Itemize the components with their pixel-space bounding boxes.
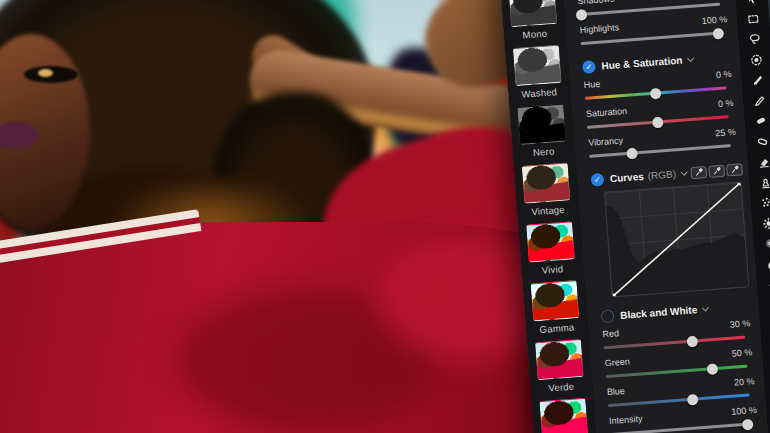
slider-value: 0 % — [718, 98, 738, 109]
preset-nero[interactable]: Nero — [517, 104, 567, 159]
slider-label: Vibrancy — [588, 135, 624, 148]
slider-value: 30 % — [729, 318, 754, 330]
chevron-down-icon — [687, 54, 694, 61]
heal-tool-icon[interactable] — [754, 114, 768, 128]
white-point-eyedropper-button[interactable] — [726, 163, 743, 176]
slider-label: Red — [602, 328, 619, 339]
slider-value: 100 % — [701, 14, 731, 26]
lighten-tool-icon[interactable] — [762, 216, 770, 230]
slider-label: Hue — [583, 79, 600, 90]
smudge-tool-icon[interactable] — [765, 257, 770, 271]
preset-gamma[interactable]: Gamma — [531, 280, 581, 335]
right-ui: Mono Washed Nero Vintage Vivid Gamma — [500, 0, 770, 433]
slider-label: Green — [604, 356, 630, 368]
slider-thumb[interactable] — [652, 116, 664, 128]
chevron-down-icon — [681, 168, 688, 175]
preset-label: Vivid — [541, 263, 563, 276]
curve-point[interactable] — [737, 181, 743, 185]
pen-tool-icon[interactable] — [766, 277, 770, 291]
black-point-eyedropper-button[interactable] — [690, 166, 707, 179]
preset-thumbnail — [513, 45, 562, 86]
marquee-tool-icon[interactable] — [746, 12, 760, 26]
preset-vivid[interactable]: Vivid — [526, 221, 576, 276]
slider-label: Saturation — [586, 106, 628, 119]
slider-thumb[interactable] — [575, 9, 587, 21]
preset-thumbnail — [526, 221, 575, 262]
gray-point-eyedropper-button[interactable] — [708, 164, 725, 177]
app-window: Mono Washed Nero Vintage Vivid Gamma — [0, 0, 770, 433]
slider-label: Highlights — [579, 22, 619, 35]
preset-thumbnail — [539, 398, 588, 433]
quick-select-tool-icon[interactable] — [749, 53, 763, 67]
preset-washed[interactable]: Washed — [513, 45, 563, 100]
group-title: Curves — [610, 171, 645, 185]
curves-editor[interactable] — [604, 181, 750, 297]
preset-mono[interactable]: Mono — [508, 0, 558, 41]
highlights-slider[interactable]: Highlights100 % — [579, 14, 732, 49]
slider-thumb[interactable] — [650, 87, 662, 99]
slider-thumb[interactable] — [742, 418, 754, 430]
preset-retro[interactable]: Retro — [539, 398, 589, 433]
preset-thumbnail — [535, 339, 584, 380]
slider-thumb[interactable] — [706, 363, 718, 375]
slider-label: Intensity — [609, 414, 643, 426]
clone-tool-icon[interactable] — [759, 175, 770, 189]
preset-thumbnail — [522, 162, 571, 203]
vibrancy-slider[interactable]: Vibrancy25 % — [588, 126, 741, 161]
adjustments-panel: Shadows0 % Highlights100 % ✓ Hue & Satur… — [562, 0, 770, 433]
checkbox-checked-icon[interactable]: ✓ — [582, 60, 596, 74]
preset-label: Verde — [548, 381, 575, 394]
eyedropper-buttons — [690, 163, 743, 179]
brush-tool-icon[interactable] — [751, 73, 765, 87]
slider-thumb[interactable] — [712, 27, 724, 39]
group-title: Hue & Saturation — [601, 55, 683, 72]
slider-label: Blue — [607, 386, 626, 397]
slider-value: 20 % — [734, 376, 759, 388]
preset-label: Gamma — [539, 321, 575, 335]
slider-thumb[interactable] — [687, 393, 699, 405]
lasso-tool-icon[interactable] — [748, 32, 762, 46]
preset-label: Mono — [522, 28, 547, 41]
grain-tool-icon[interactable] — [760, 196, 770, 210]
patch-tool-icon[interactable] — [756, 134, 770, 148]
preset-thumbnail — [531, 280, 580, 321]
chevron-down-icon — [702, 304, 709, 311]
slider-label: Shadows — [577, 0, 615, 6]
preset-label: Washed — [521, 86, 557, 100]
preset-thumbnail — [517, 104, 566, 145]
slider-value: 25 % — [715, 126, 740, 138]
canvas-photo[interactable] — [0, 0, 548, 433]
slider-value: 50 % — [731, 347, 756, 359]
slider-thumb[interactable] — [626, 147, 638, 159]
slider-value: 0 % — [716, 69, 736, 80]
eye-glint — [38, 69, 53, 77]
curves-histogram — [605, 183, 748, 297]
slider-value: 100 % — [731, 405, 761, 417]
checkbox-checked-icon[interactable]: ✓ — [590, 173, 604, 187]
eraser-tool-icon[interactable] — [757, 155, 770, 169]
group-title: Black and White — [620, 304, 698, 321]
preset-label: Vintage — [531, 204, 565, 217]
slider-thumb[interactable] — [687, 335, 699, 347]
curve-point[interactable] — [610, 293, 616, 297]
blur-tool-icon[interactable] — [763, 237, 770, 251]
preset-label: Nero — [533, 145, 555, 158]
checkbox-unchecked-icon[interactable] — [601, 309, 615, 323]
pointer-tool-icon[interactable] — [745, 0, 759, 5]
preset-vintage[interactable]: Vintage — [522, 162, 572, 217]
preset-verde[interactable]: Verde — [535, 339, 585, 394]
pencil-tool-icon[interactable] — [752, 93, 766, 107]
curves-mode: (RGB) — [647, 168, 676, 181]
preset-thumbnail — [508, 0, 557, 27]
